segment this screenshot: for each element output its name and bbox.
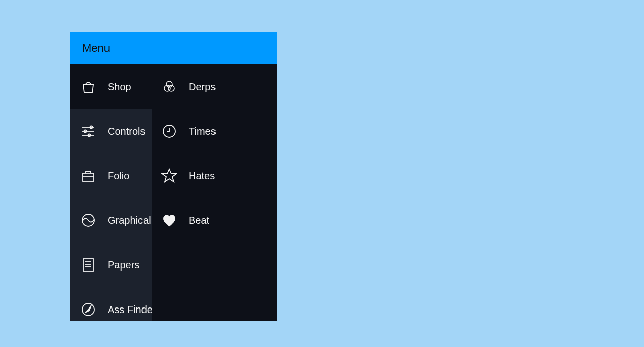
submenu-label: Times	[189, 126, 216, 137]
briefcase-icon	[80, 168, 96, 184]
menu-widget: Menu Derps	[70, 32, 277, 321]
bag-icon	[80, 79, 96, 95]
menu-label: Folio	[108, 170, 129, 182]
menu-item-papers[interactable]: Papers	[70, 243, 152, 287]
menu-item-shop[interactable]: Shop	[70, 64, 152, 109]
menu-item-folio[interactable]: Folio	[70, 153, 152, 198]
menu-item-ass-finder[interactable]: Ass Finder	[70, 287, 152, 321]
menu-label: Graphical	[108, 215, 151, 226]
sliders-icon	[80, 123, 96, 139]
submenu-item-times[interactable]: Times	[152, 109, 277, 153]
submenu-column: Derps Times Hates	[152, 64, 277, 321]
star-icon	[161, 168, 177, 184]
submenu-label: Hates	[189, 170, 215, 182]
submenu-item-beat[interactable]: Beat	[152, 198, 277, 243]
main-column: Shop Controls	[70, 64, 152, 321]
menu-body: Derps Times Hates	[70, 64, 277, 321]
menu-item-controls[interactable]: Controls	[70, 109, 152, 153]
svg-rect-10	[83, 173, 94, 181]
venn-icon	[161, 79, 177, 95]
submenu-label: Beat	[189, 215, 209, 226]
submenu-item-derps[interactable]: Derps	[152, 64, 277, 109]
menu-label: Controls	[108, 126, 145, 137]
menu-label: Shop	[108, 81, 131, 93]
menu-label: Papers	[108, 259, 139, 271]
graph-icon	[80, 212, 96, 228]
menu-title: Menu	[82, 42, 110, 54]
svg-rect-13	[83, 259, 93, 271]
submenu-label: Derps	[189, 81, 216, 93]
compass-icon	[80, 301, 96, 318]
submenu-item-hates[interactable]: Hates	[152, 153, 277, 198]
menu-label: Ass Finder	[108, 304, 152, 316]
clock-icon	[161, 123, 177, 139]
menu-header: Menu	[70, 32, 277, 64]
document-icon	[80, 257, 96, 273]
menu-item-graphical[interactable]: Graphical	[70, 198, 152, 243]
heart-broken-icon	[161, 212, 177, 228]
